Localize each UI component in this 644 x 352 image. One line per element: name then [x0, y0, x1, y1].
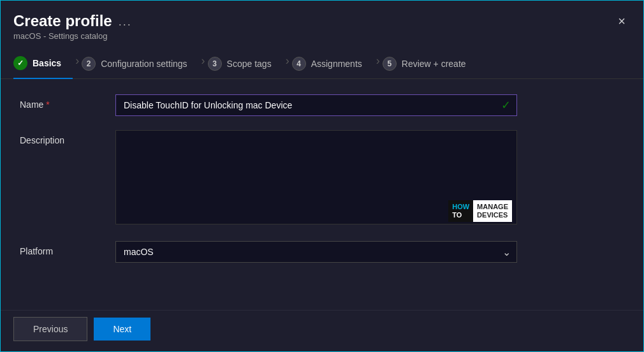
- description-row: Description HOW TO MANAGE DEVICES: [20, 130, 624, 227]
- platform-label: Platform: [20, 241, 103, 256]
- create-profile-dialog: Create profile ... macOS - Settings cata…: [0, 0, 644, 352]
- step-review-label: Review + create: [402, 59, 466, 69]
- sep-1: ›: [75, 54, 79, 75]
- dialog-ellipsis: ...: [119, 15, 132, 29]
- dialog-title: Create profile: [13, 12, 112, 30]
- name-input-wrapper: ✓: [115, 94, 517, 116]
- step-configuration[interactable]: 2 Configuration settings: [82, 52, 198, 78]
- name-input[interactable]: [115, 94, 517, 116]
- step-scope-label: Scope tags: [227, 59, 272, 69]
- step-basics-label: Basics: [33, 58, 61, 68]
- textarea-container: HOW TO MANAGE DEVICES: [115, 130, 517, 227]
- step-review[interactable]: 5 Review + create: [383, 52, 478, 78]
- title-block: Create profile ... macOS - Settings cata…: [13, 12, 132, 41]
- sep-3: ›: [286, 54, 289, 75]
- step-configuration-label: Configuration settings: [101, 59, 187, 69]
- content-area: Name * ✓ Description HOW TO: [1, 79, 643, 310]
- previous-button[interactable]: Previous: [13, 317, 87, 341]
- close-button[interactable]: ×: [613, 12, 631, 30]
- step-review-icon: 5: [383, 57, 397, 71]
- step-basics-icon: ✓: [13, 56, 27, 70]
- platform-select[interactable]: macOS Windows iOS/iPadOS: [115, 241, 517, 263]
- description-textarea[interactable]: [115, 130, 517, 224]
- dialog-subtitle: macOS - Settings catalog: [13, 31, 132, 41]
- title-row: Create profile ...: [13, 12, 132, 30]
- platform-select-wrapper: macOS Windows iOS/iPadOS ⌄: [115, 241, 517, 263]
- platform-row: Platform macOS Windows iOS/iPadOS ⌄: [20, 241, 624, 263]
- steps-bar: ✓ Basics › 2 Configuration settings › 3 …: [1, 45, 643, 79]
- step-assignments[interactable]: 4 Assignments: [292, 52, 374, 78]
- step-assignments-label: Assignments: [311, 59, 362, 69]
- dialog-header: Create profile ... macOS - Settings cata…: [1, 1, 643, 45]
- next-button[interactable]: Next: [94, 318, 150, 341]
- sep-2: ›: [201, 54, 205, 75]
- step-scope-icon: 3: [208, 57, 222, 71]
- step-scope[interactable]: 3 Scope tags: [208, 52, 283, 78]
- step-assignments-icon: 4: [292, 57, 306, 71]
- name-row: Name * ✓: [20, 94, 624, 116]
- description-input-wrap: HOW TO MANAGE DEVICES: [115, 130, 517, 227]
- dialog-footer: Previous Next: [1, 310, 643, 351]
- description-label: Description: [20, 130, 103, 145]
- step-basics[interactable]: ✓ Basics: [13, 51, 73, 79]
- step-configuration-icon: 2: [82, 57, 96, 71]
- sep-4: ›: [376, 54, 380, 75]
- name-input-wrap: ✓: [115, 94, 517, 116]
- platform-input-wrap: macOS Windows iOS/iPadOS ⌄: [115, 241, 517, 263]
- required-star: *: [46, 99, 49, 110]
- name-label: Name *: [20, 94, 103, 110]
